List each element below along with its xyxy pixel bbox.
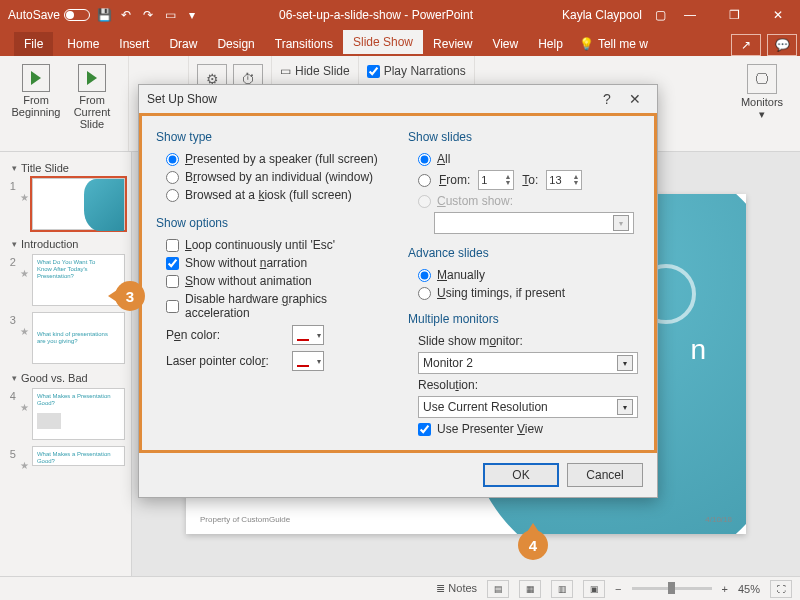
dialog-titlebar[interactable]: Set Up Show ? ✕ — [139, 85, 657, 113]
slide-footer: Property of CustomGuide — [200, 515, 290, 524]
radio-browsed-individual[interactable]: Brrowsed by an individual (window) — [156, 168, 388, 186]
tell-me-search[interactable]: 💡 Tell me w — [573, 32, 654, 56]
play-narrations-checkbox[interactable]: Play Narrations — [367, 64, 466, 78]
maximize-button[interactable]: ❐ — [712, 0, 756, 30]
to-spinner[interactable]: 13▲▼ — [546, 170, 582, 190]
set-up-show-dialog: Set Up Show ? ✕ Show type Presented by a… — [138, 84, 658, 498]
slideshow-view-icon[interactable]: ▣ — [583, 580, 605, 598]
check-without-animation[interactable]: Show without animation — [156, 272, 388, 290]
from-spinner[interactable]: 1▲▼ — [478, 170, 514, 190]
tab-file[interactable]: File — [14, 32, 53, 56]
slide-thumbnail-3[interactable]: What kind of presentationsare you giving… — [32, 312, 125, 364]
thumb-row-3[interactable]: 3 ★ What kind of presentationsare you gi… — [4, 310, 127, 368]
comments-button[interactable]: 💬 — [767, 34, 797, 56]
section-title-slide[interactable]: Title Slide — [4, 158, 127, 176]
fit-to-window-icon[interactable]: ⛶ — [770, 580, 792, 598]
play-icon — [22, 64, 50, 92]
resolution-label: Resolution: — [418, 378, 478, 392]
redo-icon[interactable]: ↷ — [140, 7, 156, 23]
document-title: 06-set-up-a-slide-show - PowerPoint — [200, 8, 552, 22]
radio-custom-show: Custom show: — [408, 192, 640, 210]
minimize-button[interactable]: — — [668, 0, 712, 30]
undo-icon[interactable]: ↶ — [118, 7, 134, 23]
slide-thumbnail-panel[interactable]: Title Slide 1 ★ Introduction 2 ★ What Do… — [0, 152, 132, 576]
cancel-button[interactable]: Cancel — [567, 463, 643, 487]
tab-transitions[interactable]: Transitions — [265, 32, 343, 56]
start-from-beginning-icon[interactable]: ▭ — [162, 7, 178, 23]
check-loop[interactable]: Loop continuously until 'Esc' — [156, 236, 388, 254]
from-current-slide-button[interactable]: From Current Slide — [64, 60, 120, 147]
pen-color-button[interactable] — [292, 325, 324, 345]
monitor-icon: 🖵 — [747, 64, 777, 94]
zoom-level[interactable]: 45% — [738, 583, 760, 595]
multiple-monitors-label: Multiple monitors — [408, 312, 640, 326]
zoom-out-button[interactable]: − — [615, 583, 621, 595]
custom-show-select: ▾ — [434, 212, 634, 234]
tab-view[interactable]: View — [482, 32, 528, 56]
zoom-slider[interactable] — [632, 587, 712, 590]
thumb-row-5[interactable]: 5 ★ What Makes a Presentation Good? — [4, 444, 127, 475]
thumb-row-1[interactable]: 1 ★ — [4, 176, 127, 234]
check-disable-hardware[interactable]: Disable hardware graphics acceleration — [156, 290, 388, 322]
user-name[interactable]: Kayla Claypool — [552, 8, 652, 22]
monitor-select[interactable]: Monitor 2▾ — [418, 352, 638, 374]
radio-using-timings[interactable]: Using timings, if present — [408, 284, 640, 302]
play-icon — [78, 64, 106, 92]
ribbon-tabs: File Home Insert Draw Design Transitions… — [0, 30, 800, 56]
section-good-vs-bad[interactable]: Good vs. Bad — [4, 368, 127, 386]
resolution-select[interactable]: Use Current Resolution▾ — [418, 396, 638, 418]
tab-slide-show[interactable]: Slide Show — [343, 30, 423, 56]
normal-view-icon[interactable]: ▤ — [487, 580, 509, 598]
laser-color-button[interactable] — [292, 351, 324, 371]
slide-thumbnail-5[interactable]: What Makes a Presentation Good? — [32, 446, 125, 466]
check-presenter-view[interactable]: Use Presenter View — [408, 420, 640, 438]
hide-slide-checkbox[interactable]: ▭Hide Slide — [280, 64, 350, 78]
ok-button[interactable]: OK — [483, 463, 559, 487]
monitors-button[interactable]: 🖵 Monitors▾ — [732, 60, 792, 120]
tab-help[interactable]: Help — [528, 32, 573, 56]
radio-manually[interactable]: Manually — [408, 266, 640, 284]
share-button[interactable]: ↗ — [731, 34, 761, 56]
dialog-close-button[interactable]: ✕ — [621, 87, 649, 111]
tab-review[interactable]: Review — [423, 32, 482, 56]
autosave-toggle[interactable]: AutoSave — [8, 8, 90, 22]
tab-design[interactable]: Design — [207, 32, 264, 56]
slide-thumbnail-1[interactable] — [32, 178, 125, 230]
slide-thumbnail-4[interactable]: What Makes a Presentation Good? — [32, 388, 125, 440]
lightbulb-icon: 💡 — [579, 37, 594, 51]
checkbox-icon: ▭ — [280, 64, 291, 78]
ribbon-display-options-icon[interactable]: ▢ — [652, 7, 668, 23]
tab-draw[interactable]: Draw — [159, 32, 207, 56]
tell-me-label: Tell me w — [598, 37, 648, 51]
dialog-title: Set Up Show — [147, 92, 593, 106]
tab-insert[interactable]: Insert — [109, 32, 159, 56]
from-current-label: From Current Slide — [64, 94, 120, 130]
radio-presented-speaker[interactable]: Presented by a speaker (full screen) — [156, 150, 388, 168]
dialog-help-button[interactable]: ? — [593, 87, 621, 111]
status-bar: ≣ Notes ▤ ▦ ▥ ▣ − + 45% ⛶ — [0, 576, 800, 600]
slide-sorter-view-icon[interactable]: ▦ — [519, 580, 541, 598]
radio-browsed-kiosk[interactable]: Browsed at a kiosk (full screen) — [156, 186, 388, 204]
from-beginning-label: From Beginning — [12, 94, 61, 118]
tab-home[interactable]: Home — [57, 32, 109, 56]
notes-button[interactable]: ≣ Notes — [436, 582, 477, 595]
from-beginning-button[interactable]: From Beginning — [8, 60, 64, 147]
dialog-footer: OK Cancel — [139, 453, 657, 497]
slide-show-monitor-label: Slide show monitor: — [418, 334, 523, 348]
qat-dropdown-icon[interactable]: ▾ — [184, 7, 200, 23]
close-button[interactable]: ✕ — [756, 0, 800, 30]
thumb-row-4[interactable]: 4 ★ What Makes a Presentation Good? — [4, 386, 127, 444]
show-slides-label: Show slides — [408, 130, 640, 144]
save-icon[interactable]: 💾 — [96, 7, 112, 23]
radio-all-slides[interactable]: All — [408, 150, 640, 168]
section-introduction[interactable]: Introduction — [4, 234, 127, 252]
reading-view-icon[interactable]: ▥ — [551, 580, 573, 598]
title-bar: AutoSave 💾 ↶ ↷ ▭ ▾ 06-set-up-a-slide-sho… — [0, 0, 800, 30]
monitors-label: Monitors▾ — [741, 96, 783, 120]
slide-date: 4/10/18 — [705, 515, 732, 524]
advance-slides-label: Advance slides — [408, 246, 640, 260]
zoom-in-button[interactable]: + — [722, 583, 728, 595]
check-without-narration[interactable]: Show without narration — [156, 254, 388, 272]
laser-color-row: Laser pointer color: — [156, 348, 388, 374]
radio-from-to[interactable]: From: 1▲▼ To: 13▲▼ — [408, 168, 640, 192]
